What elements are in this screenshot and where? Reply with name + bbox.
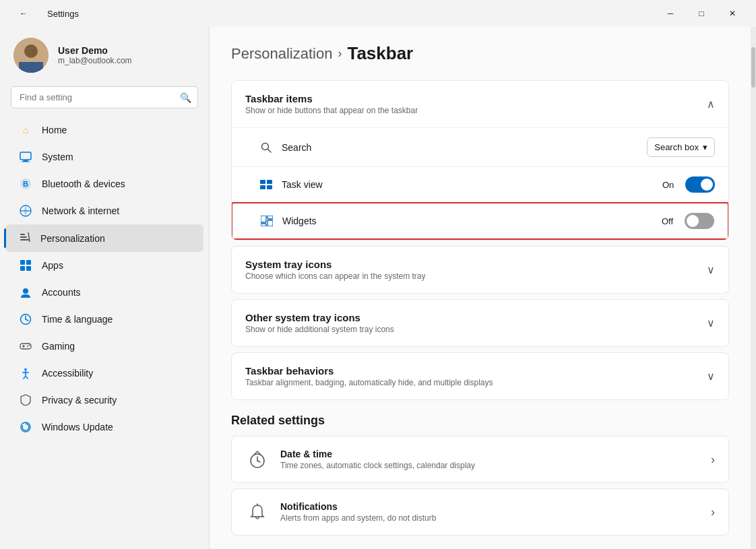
sidebar-item-system[interactable]: System xyxy=(5,143,203,170)
back-button[interactable]: ← xyxy=(8,3,39,24)
datetime-chevron-icon: › xyxy=(711,453,715,467)
user-info: User Demo m_lab@outlook.com xyxy=(58,45,132,65)
svg-rect-44 xyxy=(261,224,266,226)
personalization-icon xyxy=(19,231,31,245)
search-dropdown[interactable]: Search box ▾ xyxy=(647,137,715,157)
widgets-row-icon xyxy=(259,214,274,228)
sidebar-item-gaming[interactable]: Gaming xyxy=(5,333,203,360)
other-system-tray-label: Other system tray icons xyxy=(245,312,394,323)
taskview-setting-right: On xyxy=(662,176,715,193)
sidebar-item-label-gaming: Gaming xyxy=(42,341,75,352)
sidebar-item-accounts[interactable]: Accounts xyxy=(5,279,203,306)
taskbar-behaviors-label: Taskbar behaviors xyxy=(245,365,493,377)
time-icon xyxy=(19,313,32,326)
taskview-row-icon xyxy=(259,177,274,192)
maximize-button[interactable]: □ xyxy=(686,3,717,24)
scrollbar-track[interactable] xyxy=(751,27,756,549)
svg-rect-11 xyxy=(20,239,30,240)
svg-rect-42 xyxy=(267,216,273,219)
svg-rect-17 xyxy=(20,266,25,271)
datetime-card-left: Date & time Time zones, automatic clock … xyxy=(245,447,475,472)
notifications-icon xyxy=(245,500,270,524)
accessibility-icon xyxy=(19,366,32,380)
sidebar-item-accessibility[interactable]: Accessibility xyxy=(5,360,203,387)
taskbar-items-header[interactable]: Taskbar items Show or hide buttons that … xyxy=(232,81,728,127)
system-tray-desc: Choose which icons can appear in the sys… xyxy=(245,271,425,281)
system-icon xyxy=(19,150,32,164)
related-settings-heading: Related settings xyxy=(231,414,729,428)
search-dropdown-chevron-icon: ▾ xyxy=(703,142,707,152)
privacy-icon xyxy=(19,393,32,407)
sidebar-item-label-time: Time & language xyxy=(42,314,113,325)
svg-line-32 xyxy=(26,376,28,379)
svg-rect-37 xyxy=(260,180,265,184)
user-profile[interactable]: User Demo m_lab@outlook.com xyxy=(0,27,209,86)
app-title: Settings xyxy=(47,9,79,19)
taskview-toggle[interactable] xyxy=(685,176,715,193)
taskview-setting-row: Task view On xyxy=(232,166,728,202)
sidebar-item-label-apps: Apps xyxy=(42,260,63,271)
close-button[interactable]: ✕ xyxy=(717,3,748,24)
taskbar-behaviors-header[interactable]: Taskbar behaviors Taskbar alignment, bad… xyxy=(232,353,728,399)
svg-rect-13 xyxy=(20,234,25,235)
taskbar-items-desc: Show or hide buttons that appear on the … xyxy=(245,106,418,115)
search-input[interactable] xyxy=(11,86,198,108)
svg-line-36 xyxy=(268,149,272,152)
sidebar-item-label-update: Windows Update xyxy=(42,422,113,432)
svg-rect-4 xyxy=(20,152,31,160)
window-controls: ─ □ ✕ xyxy=(655,3,748,24)
svg-point-1 xyxy=(24,44,38,58)
sidebar-item-personalization[interactable]: Personalization xyxy=(5,224,203,252)
search-setting-left: Search xyxy=(259,140,311,155)
notifications-related-card[interactable]: Notifications Alerts from apps and syste… xyxy=(231,488,729,536)
sidebar-item-label-bluetooth: Bluetooth & devices xyxy=(42,179,125,189)
sidebar-item-label-personalization: Personalization xyxy=(40,233,105,244)
other-system-tray-section: Other system tray icons Show or hide add… xyxy=(231,299,729,347)
svg-point-28 xyxy=(24,368,27,371)
search-setting-row: Search Search box ▾ xyxy=(232,127,728,166)
datetime-label: Date & time xyxy=(280,449,475,459)
sidebar-item-network[interactable]: Network & internet xyxy=(5,197,203,224)
minimize-button[interactable]: ─ xyxy=(655,3,686,24)
title-bar: ← Settings ─ □ ✕ xyxy=(0,0,756,27)
other-system-tray-header[interactable]: Other system tray icons Show or hide add… xyxy=(232,300,728,346)
sidebar-item-label-accounts: Accounts xyxy=(42,287,81,298)
svg-rect-16 xyxy=(26,260,31,265)
sidebar-item-label-system: System xyxy=(42,152,73,162)
svg-text:B: B xyxy=(23,180,28,188)
sidebar-item-label-home: Home xyxy=(42,125,67,135)
svg-rect-41 xyxy=(261,216,266,222)
taskbar-items-label: Taskbar items xyxy=(245,93,418,104)
gaming-icon xyxy=(19,340,32,353)
svg-rect-12 xyxy=(20,236,27,238)
svg-point-27 xyxy=(29,345,30,346)
sidebar-item-home[interactable]: ⌂ Home xyxy=(5,117,203,143)
bluetooth-icon: B xyxy=(19,177,32,191)
search-setting-right: Search box ▾ xyxy=(647,137,715,157)
sidebar-item-apps[interactable]: Apps xyxy=(5,252,203,279)
datetime-icon xyxy=(245,447,270,472)
system-tray-section: System tray icons Choose which icons can… xyxy=(231,246,729,294)
taskbar-items-header-text: Taskbar items Show or hide buttons that … xyxy=(245,93,418,115)
sidebar-item-privacy[interactable]: Privacy & security xyxy=(5,387,203,414)
avatar xyxy=(13,38,49,73)
sidebar-item-bluetooth[interactable]: B Bluetooth & devices xyxy=(5,170,203,197)
network-icon xyxy=(19,204,32,218)
scrollbar-thumb[interactable] xyxy=(751,47,755,88)
datetime-card-text: Date & time Time zones, automatic clock … xyxy=(280,449,475,470)
datetime-related-card[interactable]: Date & time Time zones, automatic clock … xyxy=(231,436,729,483)
svg-point-26 xyxy=(27,346,28,347)
breadcrumb-chevron: › xyxy=(338,46,342,61)
sidebar-nav: ⌂ Home System B xyxy=(0,117,209,441)
other-system-tray-chevron-icon: ∨ xyxy=(707,317,715,329)
system-tray-header[interactable]: System tray icons Choose which icons can… xyxy=(232,247,728,293)
sidebar-item-update[interactable]: Windows Update xyxy=(5,414,203,441)
sidebar-item-label-accessibility: Accessibility xyxy=(42,368,93,379)
search-row-icon xyxy=(259,140,274,155)
sidebar-item-label-network: Network & internet xyxy=(42,205,119,216)
svg-rect-38 xyxy=(267,180,272,184)
sidebar-item-time[interactable]: Time & language xyxy=(5,306,203,333)
search-dropdown-value: Search box xyxy=(654,142,699,152)
widgets-toggle-label: Off xyxy=(662,216,678,226)
widgets-toggle[interactable] xyxy=(685,213,714,229)
